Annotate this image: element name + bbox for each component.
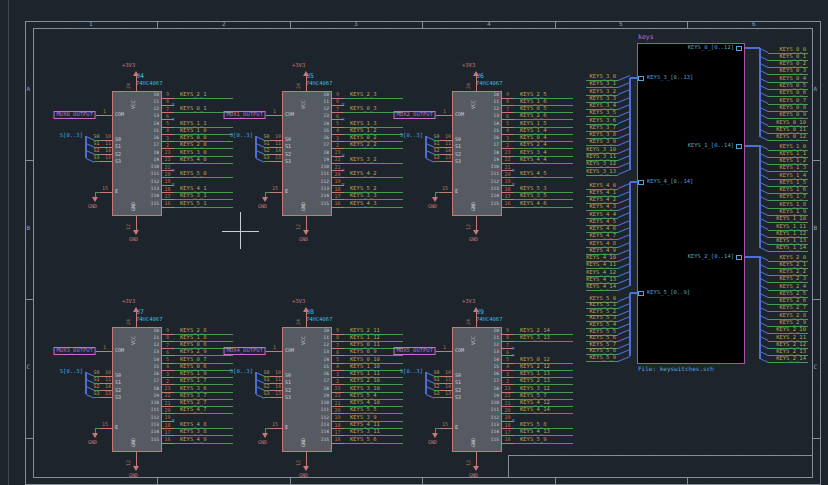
- bus-entry[interactable]: [760, 307, 769, 312]
- net-label-KEYS_2_9[interactable]: KEYS_2_9: [180, 349, 207, 355]
- net-label-right[interactable]: KEYS_1_6: [780, 187, 807, 193]
- net-label-right[interactable]: KEYS_0_0: [780, 47, 807, 53]
- bus-entry[interactable]: [760, 233, 769, 238]
- net-label-right[interactable]: KEYS_1_7: [780, 194, 807, 200]
- net-label-left[interactable]: KEYS_3_7: [590, 125, 617, 131]
- wire-KEYS_2_1[interactable]: [174, 98, 233, 99]
- select-pin[interactable]: [440, 397, 452, 398]
- enable-gnd-label[interactable]: GND: [88, 204, 97, 209]
- bus-entry[interactable]: [618, 169, 630, 175]
- net-label-left[interactable]: KEYS_3_13: [586, 169, 616, 175]
- net-label-KEYS_3_11[interactable]: KEYS_3_11: [350, 429, 380, 435]
- net-label-right[interactable]: KEYS_2_1: [780, 262, 807, 268]
- ic-value[interactable]: 74HC4067: [476, 317, 503, 323]
- vcc-pin[interactable]: [306, 312, 307, 328]
- gnd-pin[interactable]: [306, 216, 307, 230]
- net-label-left[interactable]: KEYS_3_1: [590, 81, 617, 87]
- select-net-label[interactable]: S0: [433, 370, 439, 375]
- bus-entry[interactable]: [760, 121, 769, 126]
- bus-entry[interactable]: [760, 264, 769, 269]
- schematic-canvas[interactable]: 123456AABBCC U474HC4067+3V324VCCGND12GND…: [0, 0, 828, 485]
- hierarchical-sheet[interactable]: [637, 43, 745, 364]
- net-label-left[interactable]: KEYS_3_5: [590, 110, 617, 116]
- bus-entry[interactable]: [760, 344, 769, 349]
- wire-KEYS_4_7[interactable]: [174, 413, 233, 414]
- select-net-label[interactable]: S3: [93, 155, 99, 160]
- net-label-KEYS_5_7[interactable]: KEYS_5_7: [520, 393, 547, 399]
- select-net-label[interactable]: S2: [263, 384, 269, 389]
- bus-entry[interactable]: [760, 293, 769, 298]
- enable-pin[interactable]: [270, 428, 282, 429]
- bus-entry[interactable]: [760, 182, 769, 187]
- mux-output-global-label[interactable]: MUX5_OUTPUT: [394, 347, 436, 356]
- select-bus[interactable]: [85, 136, 86, 158]
- bus-entry[interactable]: [618, 285, 630, 291]
- net-label-KEYS_1_13[interactable]: KEYS_1_13: [520, 371, 550, 377]
- bus-entry[interactable]: [760, 204, 769, 209]
- input-pin-15[interactable]: [332, 443, 344, 444]
- net-label-right[interactable]: KEYS_1_13: [776, 238, 806, 244]
- bus-entry[interactable]: [760, 85, 769, 90]
- wire-KEYS_4_0[interactable]: [174, 163, 233, 164]
- net-label-KEYS_2_2[interactable]: KEYS_2_2: [350, 142, 377, 148]
- net-label-left[interactable]: KEYS_4_13: [586, 277, 616, 283]
- select-pin[interactable]: [270, 397, 282, 398]
- bus-entry[interactable]: [760, 211, 769, 216]
- net-label-right[interactable]: KEYS_2_0: [780, 255, 807, 261]
- net-label-KEYS_0_1[interactable]: KEYS_0_1: [180, 106, 207, 112]
- net-label-right[interactable]: KEYS_2_3: [780, 276, 807, 282]
- gnd-pin[interactable]: [476, 452, 477, 466]
- select-net-label[interactable]: S3: [263, 155, 269, 160]
- net-label-KEYS_0_12[interactable]: KEYS_0_12: [520, 357, 550, 363]
- net-label-KEYS_2_12[interactable]: KEYS_2_12: [520, 364, 550, 370]
- enable-pin[interactable]: [100, 192, 112, 193]
- select-bus-label[interactable]: S[0..3]: [400, 133, 423, 139]
- net-label-KEYS_1_11[interactable]: KEYS_1_11: [350, 371, 380, 377]
- select-net-label[interactable]: S3: [263, 391, 269, 396]
- net-label-left[interactable]: KEYS_3_10: [586, 147, 616, 153]
- power-flag-label[interactable]: +3V3: [122, 299, 135, 305]
- net-label-KEYS_4_13[interactable]: KEYS_4_13: [520, 429, 550, 435]
- com-pin[interactable]: [100, 351, 112, 352]
- vcc-pin[interactable]: [476, 76, 477, 92]
- wire-right[interactable]: [768, 140, 808, 141]
- net-label-KEYS_5_0[interactable]: KEYS_5_0: [180, 171, 207, 177]
- net-label-KEYS_0_8[interactable]: KEYS_0_8: [180, 342, 207, 348]
- select-net-label[interactable]: S1: [263, 141, 269, 146]
- mux-output-global-label[interactable]: MUX4_OUTPUT: [224, 347, 266, 356]
- net-label-right[interactable]: KEYS_2_14: [776, 356, 806, 362]
- net-label-KEYS_4_6[interactable]: KEYS_4_6: [520, 201, 547, 207]
- power-flag-label[interactable]: +3V3: [462, 63, 475, 69]
- net-label-KEYS_2_6[interactable]: KEYS_2_6: [520, 113, 547, 119]
- select-net-label[interactable]: S1: [93, 141, 99, 146]
- bus-entry[interactable]: [760, 92, 769, 97]
- net-label-right[interactable]: KEYS_2_9: [780, 320, 807, 326]
- select-net-label[interactable]: S3: [433, 155, 439, 160]
- select-bus-label[interactable]: S[0..3]: [230, 133, 253, 139]
- bus-entry[interactable]: [760, 189, 769, 194]
- wire-KEYS_4_9[interactable]: [174, 443, 233, 444]
- net-label-KEYS_1_0[interactable]: KEYS_1_0: [180, 128, 207, 134]
- net-label-KEYS_3_8[interactable]: KEYS_3_8: [180, 429, 207, 435]
- wire-KEYS_5_6[interactable]: [344, 443, 403, 444]
- net-label-KEYS_0_5[interactable]: KEYS_0_5: [520, 106, 547, 112]
- net-label-KEYS_4_2[interactable]: KEYS_4_2: [350, 171, 377, 177]
- select-net-label[interactable]: S0: [263, 370, 269, 375]
- net-label-KEYS_4_11[interactable]: KEYS_4_11: [350, 422, 380, 428]
- enable-gnd-wire[interactable]: [265, 192, 270, 193]
- bus-entry[interactable]: [760, 70, 769, 75]
- bus-entry[interactable]: [760, 56, 769, 61]
- net-label-KEYS_0_4[interactable]: KEYS_0_4: [520, 135, 547, 141]
- vcc-pin[interactable]: [306, 76, 307, 92]
- net-label-right[interactable]: KEYS_2_7: [780, 305, 807, 311]
- net-label-KEYS_2_0[interactable]: KEYS_2_0: [180, 142, 207, 148]
- bus-entry[interactable]: [760, 240, 769, 245]
- net-label-KEYS_1_2[interactable]: KEYS_1_2: [350, 128, 377, 134]
- mux-output-global-label[interactable]: MUX3_OUTPUT: [54, 347, 96, 356]
- wire-KEYS_4_5[interactable]: [514, 177, 573, 178]
- bus-entry[interactable]: [760, 315, 769, 320]
- wire-KEYS_4_6[interactable]: [514, 207, 573, 208]
- net-label-right[interactable]: KEYS_1_11: [776, 224, 806, 230]
- net-label-KEYS_3_6[interactable]: KEYS_3_6: [180, 386, 207, 392]
- vcc-pin[interactable]: [136, 76, 137, 92]
